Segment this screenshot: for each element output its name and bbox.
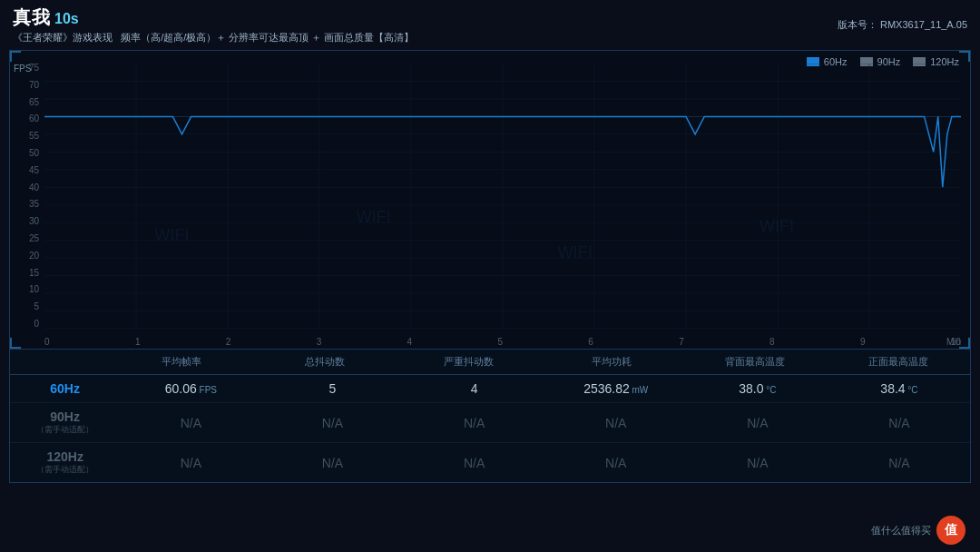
version-value: RMX3617_11_A.05 (880, 19, 967, 30)
stats-header: 平均帧率 总抖动数 严重抖动数 平均功耗 背面最高温度 正面最高温度 (10, 350, 970, 375)
avg-fps-120hz: N/A (120, 454, 261, 472)
avg-power-60hz: 2536.82 mW (545, 380, 687, 398)
fps-chart: 60Hz 90Hz 120Hz FPS 75 70 65 60 55 50 45… (9, 50, 971, 350)
x-tick-4: 4 (407, 337, 413, 347)
y-tick-65: 65 (29, 98, 39, 107)
y-tick-55: 55 (29, 132, 39, 141)
freq-label-90hz: 90Hz (50, 409, 80, 424)
y-tick-60: 60 (29, 114, 39, 123)
back-temp-90hz: N/A (687, 414, 828, 432)
y-tick-45: 45 (29, 166, 39, 175)
front-temp-90hz: N/A (828, 414, 970, 432)
freq-note-90hz: （需手动适配） (36, 424, 93, 436)
total-jitter-120hz: N/A (261, 454, 403, 472)
y-axis-labels: 75 70 65 60 55 50 45 40 35 30 25 20 15 1… (10, 64, 43, 329)
y-tick-5: 5 (34, 302, 39, 311)
back-temp-unit: °C (763, 385, 776, 395)
freq-label-120hz: 120Hz (46, 449, 83, 464)
col-header-severe-jitter: 严重抖动数 (397, 353, 540, 370)
front-temp-60hz: 38.4 °C (828, 380, 970, 398)
avg-power-120hz: N/A (545, 454, 687, 472)
x-tick-3: 3 (317, 337, 322, 347)
game-name: 《王者荣耀》游戏表现 (13, 32, 113, 43)
x-tick-6: 6 (588, 337, 593, 347)
freq-cell-120hz: 120Hz （需手动适配） (10, 448, 120, 478)
x-tick-1: 1 (135, 337, 141, 347)
fps-unit: FPS (197, 385, 217, 395)
x-tick-9: 9 (860, 337, 866, 347)
col-header-back-temp: 背面最高温度 (683, 353, 827, 370)
stats-row-120hz: 120Hz （需手动适配） N/A N/A N/A N/A N/A N/A (10, 443, 970, 482)
y-tick-50: 50 (29, 149, 39, 158)
col-header-avg-power: 平均功耗 (540, 353, 683, 370)
x-tick-0: 0 (44, 337, 50, 347)
fps-line-chart: WIFI WIFI WIFI WIFI (44, 64, 961, 329)
version-info: 版本号： RMX3617_11_A.05 (838, 18, 967, 32)
back-temp-120hz: N/A (687, 454, 828, 472)
stats-table: 平均帧率 总抖动数 严重抖动数 平均功耗 背面最高温度 正面最高温度 60Hz … (9, 350, 971, 483)
front-temp-120hz: N/A (828, 454, 970, 472)
severe-jitter-60hz: 4 (404, 380, 545, 398)
logo-text: 值什么值得买 (871, 524, 931, 537)
severe-jitter-120hz: N/A (404, 454, 545, 472)
version-label: 版本号： (838, 19, 877, 30)
device-name: 真我 (13, 5, 51, 30)
y-tick-25: 25 (29, 234, 39, 243)
total-jitter-60hz: 5 (261, 380, 403, 398)
col-header-front-temp: 正面最高温度 (827, 353, 970, 370)
svg-text:WIFI: WIFI (760, 217, 794, 235)
col-header-total-jitter: 总抖动数 (253, 353, 397, 370)
y-tick-30: 30 (29, 217, 39, 226)
logo-area: 值什么值得买 值 (871, 516, 965, 545)
avg-fps-90hz: N/A (120, 414, 261, 432)
subtitle-row: 《王者荣耀》游戏表现 频率（高/超高/极高）＋ 分辨率可达最高顶 ＋ 画面总质量… (13, 31, 414, 44)
total-jitter-90hz: N/A (261, 414, 403, 432)
y-tick-75: 75 (29, 64, 39, 73)
x-axis-unit: Min (946, 337, 961, 347)
col-header-avg-fps: 平均帧率 (111, 353, 254, 370)
app-header: 真我 10s 《王者荣耀》游戏表现 频率（高/超高/极高）＋ 分辨率可达最高顶 … (0, 0, 980, 46)
x-tick-2: 2 (226, 337, 231, 347)
power-unit: mW (630, 385, 649, 395)
avg-fps-60hz: 60.06 FPS (120, 380, 261, 398)
x-tick-7: 7 (679, 337, 684, 347)
avg-power-90hz: N/A (545, 414, 687, 432)
y-tick-10: 10 (29, 285, 39, 294)
back-temp-60hz: 38.0 °C (687, 380, 828, 398)
severe-jitter-90hz: N/A (404, 414, 545, 432)
freq-cell-90hz: 90Hz （需手动适配） (10, 408, 120, 438)
y-tick-35: 35 (29, 200, 39, 209)
svg-text:WIFI: WIFI (356, 208, 390, 226)
svg-text:WIFI: WIFI (154, 226, 189, 244)
front-temp-unit: °C (906, 385, 918, 395)
chart-svg-area: WIFI WIFI WIFI WIFI (44, 64, 961, 329)
header-left: 真我 10s 《王者荣耀》游戏表现 频率（高/超高/极高）＋ 分辨率可达最高顶 … (13, 5, 414, 44)
game-settings: 频率（高/超高/极高）＋ 分辨率可达最高顶 ＋ 画面总质量【高清】 (121, 32, 414, 43)
logo-icon: 值 (936, 516, 965, 545)
y-tick-0: 0 (34, 320, 39, 329)
title-row: 真我 10s (13, 5, 414, 30)
svg-text:WIFI: WIFI (558, 243, 593, 261)
y-tick-40: 40 (29, 183, 39, 192)
col-header-freq (10, 353, 111, 370)
x-tick-8: 8 (769, 337, 775, 347)
freq-label-60hz: 60Hz (50, 381, 80, 396)
freq-note-120hz: （需手动适配） (36, 464, 93, 476)
x-tick-5: 5 (497, 337, 503, 347)
device-model: 10s (54, 11, 79, 27)
y-tick-20: 20 (29, 251, 39, 261)
stats-row-90hz: 90Hz （需手动适配） N/A N/A N/A N/A N/A N/A (10, 403, 970, 443)
y-tick-15: 15 (29, 269, 39, 278)
stats-row-60hz: 60Hz 60.06 FPS 5 4 2536.82 mW 38.0 °C 38… (10, 375, 970, 403)
x-axis-labels: 0 1 2 3 4 5 6 7 8 9 10 (44, 337, 961, 347)
y-tick-70: 70 (29, 81, 39, 90)
freq-cell-60hz: 60Hz (10, 380, 120, 398)
